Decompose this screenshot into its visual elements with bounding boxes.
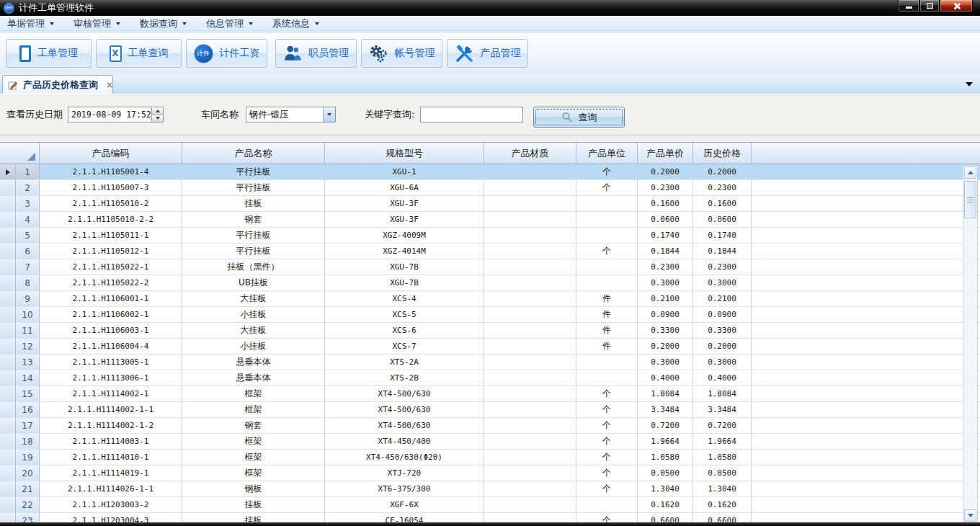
cell-product-name[interactable]: 平行挂板 [182, 164, 325, 179]
column-header-product-code[interactable]: 产品编码 [40, 143, 182, 164]
cell-history-price[interactable]: 0.3000 [693, 275, 752, 290]
table-row[interactable]: 22.1.1.H1105007-3平行挂板XGU-6A个0.23000.2300 [0, 180, 980, 196]
cell-unit[interactable]: 个 [576, 434, 638, 449]
cell-unit[interactable]: 个 [576, 465, 638, 481]
row-number-cell[interactable]: 19 [16, 450, 40, 465]
spinner-up-button[interactable] [152, 107, 163, 115]
row-number-cell[interactable]: 9 [16, 291, 40, 306]
cell-filler[interactable] [752, 481, 980, 496]
cell-spec-model[interactable]: XT4-500/630 [325, 418, 484, 433]
restore-button[interactable] [919, 0, 940, 12]
tab-product-history-price[interactable]: 产品历史价格查询 × [2, 75, 113, 94]
cell-product-name[interactable]: 挂板（黑件） [182, 259, 325, 275]
table-row[interactable]: 152.1.1.H1114002-1框架XT4-500/630个1.80841.… [0, 386, 980, 402]
table-row[interactable]: 202.1.1.H1114019-1框架XTJ-720个0.05000.0500 [0, 465, 980, 481]
close-button[interactable] [940, 0, 973, 12]
row-indicator-cell[interactable] [0, 323, 16, 338]
cell-filler[interactable] [752, 244, 980, 259]
row-indicator-cell[interactable] [0, 418, 16, 433]
cell-product-code[interactable]: 2.1.1.H1105011-1 [40, 228, 182, 243]
cell-product-code[interactable]: 2.1.1.H1203003-2 [40, 497, 182, 512]
cell-product-name[interactable]: 钢套 [182, 212, 325, 227]
cell-history-price[interactable]: 0.0600 [693, 212, 752, 227]
scroll-up-button[interactable] [964, 166, 976, 179]
cell-spec-model[interactable]: XT6-375/300 [325, 481, 484, 496]
cell-unit[interactable]: 件 [576, 323, 638, 338]
cell-unit-price[interactable]: 0.1620 [638, 497, 693, 512]
row-indicator-cell[interactable] [0, 291, 16, 306]
history-date-value[interactable]: 2019-08-09 17:52:58 [68, 107, 151, 122]
cell-unit-price[interactable]: 0.2000 [638, 339, 693, 354]
cell-unit[interactable] [576, 275, 638, 290]
cell-unit[interactable] [576, 196, 638, 211]
cell-filler[interactable] [752, 164, 980, 179]
row-indicator-cell[interactable] [0, 370, 16, 385]
cell-history-price[interactable]: 0.0500 [693, 465, 752, 481]
cell-history-price[interactable]: 0.6600 [693, 513, 752, 523]
cell-spec-model[interactable]: XCS-6 [325, 323, 484, 338]
cell-product-code[interactable]: 2.1.1.H1105010-2 [40, 196, 182, 211]
cell-filler[interactable] [752, 513, 980, 523]
cell-filler[interactable] [752, 402, 980, 417]
row-number-cell[interactable]: 21 [16, 481, 40, 496]
table-row[interactable]: 72.1.1.H1105022-1挂板（黑件）XGU-7B0.23000.230… [0, 259, 980, 275]
cell-filler[interactable] [752, 497, 980, 512]
cell-filler[interactable] [752, 259, 980, 275]
table-row[interactable]: 212.1.1.H1114026-1-1钢板XT6-375/300个1.3040… [0, 481, 980, 497]
cell-material[interactable] [484, 370, 576, 385]
cell-material[interactable] [484, 291, 576, 306]
cell-product-name[interactable]: UB挂板 [182, 275, 325, 290]
menu-item-data-query[interactable]: 数据查询 [140, 17, 187, 30]
cell-material[interactable] [484, 164, 576, 179]
cell-filler[interactable] [752, 465, 980, 481]
cell-product-name[interactable]: 钢套 [182, 418, 325, 433]
row-indicator-cell[interactable] [0, 228, 16, 243]
table-row[interactable]: 32.1.1.H1105010-2挂板XGU-3F0.16000.1600 [0, 196, 980, 212]
cell-unit-price[interactable]: 1.0580 [638, 450, 693, 465]
row-indicator-cell[interactable] [0, 275, 16, 290]
row-number-cell[interactable]: 4 [16, 212, 40, 227]
cell-product-code[interactable]: 2.1.1.H1106004-4 [40, 339, 182, 354]
cell-product-name[interactable]: 平行挂板 [182, 228, 325, 243]
menu-item-documents[interactable]: 单据管理 [7, 17, 54, 30]
table-row[interactable]: 192.1.1.H1114010-1框架XT4-450/630(Φ20)个1.0… [0, 450, 980, 465]
cell-filler[interactable] [752, 307, 980, 322]
cell-spec-model[interactable]: XGU-3F [325, 212, 484, 227]
minimize-button[interactable] [898, 0, 919, 12]
cell-unit[interactable]: 件 [576, 291, 638, 306]
cell-history-price[interactable]: 0.1620 [693, 497, 752, 512]
cell-unit[interactable]: 个 [576, 244, 638, 259]
cell-filler[interactable] [752, 323, 980, 338]
cell-filler[interactable] [752, 370, 980, 385]
cell-history-price[interactable]: 0.2000 [693, 339, 752, 354]
table-row[interactable]: 42.1.1.H1105010-2-2钢套XGU-3F0.06000.0600 [0, 212, 980, 228]
cell-product-name[interactable]: 框架 [182, 434, 325, 449]
column-header-history-price[interactable]: 历史价格 [693, 143, 752, 164]
row-number-cell[interactable]: 2 [16, 180, 40, 195]
row-indicator-cell[interactable] [0, 212, 16, 227]
row-indicator-cell[interactable] [0, 307, 16, 322]
row-indicator-cell[interactable] [0, 259, 16, 275]
cell-product-code[interactable]: 2.1.1.H1114002-1-2 [40, 418, 182, 433]
row-indicator-cell[interactable] [0, 513, 16, 523]
cell-product-code[interactable]: 2.1.1.H1105022-1 [40, 259, 182, 275]
row-indicator-cell[interactable] [0, 465, 16, 481]
cell-material[interactable] [484, 434, 576, 449]
table-row[interactable]: 232.1.1.H1203004-3挂板CF-16054个0.66000.660… [0, 513, 980, 523]
cell-product-code[interactable]: 2.1.1.H1105010-2-2 [40, 212, 182, 227]
cell-history-price[interactable]: 0.3000 [693, 355, 752, 370]
cell-product-code[interactable]: 2.1.1.H1114026-1-1 [40, 481, 182, 496]
cell-unit-price[interactable]: 0.2300 [638, 259, 693, 275]
menu-item-info[interactable]: 信息管理 [206, 17, 253, 30]
cell-product-code[interactable]: 2.1.1.H1114002-1 [40, 386, 182, 401]
cell-product-name[interactable]: 大挂板 [182, 291, 325, 306]
cell-unit-price[interactable]: 0.1844 [638, 244, 693, 259]
cell-material[interactable] [484, 481, 576, 496]
tab-overflow-chevron-icon[interactable] [966, 82, 973, 86]
cell-filler[interactable] [752, 180, 980, 195]
cell-material[interactable] [484, 497, 576, 512]
cell-history-price[interactable]: 0.1740 [693, 228, 752, 243]
cell-product-name[interactable]: 平行挂板 [182, 244, 325, 259]
table-row[interactable]: 52.1.1.H1105011-1平行挂板XGZ-4009M0.17400.17… [0, 228, 980, 244]
cell-spec-model[interactable]: XCS-7 [325, 339, 484, 354]
